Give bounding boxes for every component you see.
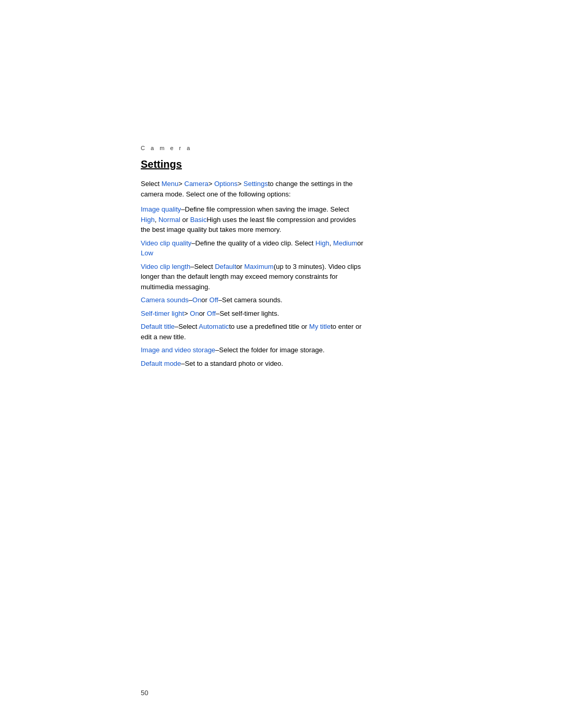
st-dash: > [184, 310, 190, 317]
dt-auto[interactable]: Automatic [199, 323, 229, 330]
cs-off[interactable]: Off [210, 296, 218, 304]
vcl-or: or [236, 263, 244, 270]
menu-link[interactable]: Menu [162, 180, 179, 188]
setting-self-timer: Self-timer light> Onor Off–Set self-time… [141, 309, 365, 319]
setting-default-title: Default title–Select Automaticto use a p… [141, 322, 365, 342]
setting-camera-sounds: Camera sounds–Onor Off–Set camera sounds… [141, 295, 365, 305]
options-link[interactable]: Options [214, 180, 238, 188]
arrow1: > [178, 180, 184, 188]
iq-basic[interactable]: Basic [190, 216, 207, 224]
dt-label[interactable]: Default title [141, 323, 175, 330]
st-text: –Set self-timer lights. [216, 310, 279, 317]
vcl-dash: –Select [190, 263, 215, 270]
dt-dash: –Select [175, 323, 199, 330]
st-or: or [199, 310, 207, 317]
arrow2: > [209, 180, 214, 188]
dm-text: –Set to a standard photo or video. [181, 360, 283, 367]
st-on[interactable]: On [190, 310, 199, 317]
intro-select-text: Select [141, 180, 162, 188]
ivs-dash: –Select the folder for image storage. [215, 346, 325, 354]
cs-label[interactable]: Camera sounds [141, 296, 189, 304]
cs-text: –Set camera sounds. [218, 296, 283, 304]
iq-normal[interactable]: Normal [158, 216, 180, 224]
iq-sep1: , [155, 216, 158, 224]
st-label[interactable]: Self-timer light [141, 310, 184, 317]
page-title: Settings [141, 158, 365, 170]
content-area: C a m e r a Settings Select Menu> Camera… [141, 145, 365, 372]
setting-video-clip-length: Video clip length–Select Defaultor Maxim… [141, 262, 365, 292]
page-container: C a m e r a Settings Select Menu> Camera… [0, 0, 563, 728]
intro-paragraph: Select Menu> Camera> Options> Settingsto… [141, 179, 365, 199]
dt-text2: to use a predefined title or [229, 323, 309, 330]
vcq-or: or [357, 239, 363, 247]
setting-image-video-storage: Image and video storage–Select the folde… [141, 345, 365, 355]
vcl-default[interactable]: Default [215, 263, 236, 270]
image-quality-label[interactable]: Image quality [141, 205, 181, 213]
st-off[interactable]: Off [207, 310, 216, 317]
cs-on[interactable]: On [192, 296, 201, 304]
settings-link[interactable]: Settings [243, 180, 268, 188]
chapter-label: C a m e r a [141, 145, 365, 151]
dm-label[interactable]: Default mode [141, 360, 181, 367]
ivs-label[interactable]: Image and video storage [141, 346, 215, 354]
vcq-label[interactable]: Video clip quality [141, 239, 191, 247]
setting-video-clip-quality: Video clip quality–Define the quality of… [141, 238, 365, 258]
vcq-high[interactable]: High [315, 239, 329, 247]
iq-high[interactable]: High [141, 216, 155, 224]
page-number: 50 [141, 689, 148, 697]
vcq-dash: –Define the quality of a video clip. Sel… [191, 239, 315, 247]
vcq-medium[interactable]: Medium [333, 239, 357, 247]
cs-or: or [201, 296, 209, 304]
dt-mytitle[interactable]: My title [309, 323, 331, 330]
vcq-sep: , [329, 239, 333, 247]
camera-link[interactable]: Camera [185, 180, 209, 188]
iq-dash: –Define file compression when saving the… [181, 205, 349, 213]
arrow3: > [238, 180, 243, 188]
vcq-low[interactable]: Low [141, 249, 153, 257]
setting-default-mode: Default mode–Set to a standard photo or … [141, 359, 365, 369]
setting-image-quality: Image quality–Define file compression wh… [141, 204, 365, 235]
vcl-max[interactable]: Maximum [244, 263, 274, 270]
cs-dash: – [189, 296, 192, 304]
iq-or: or [180, 216, 190, 224]
vcl-label[interactable]: Video clip length [141, 263, 190, 270]
